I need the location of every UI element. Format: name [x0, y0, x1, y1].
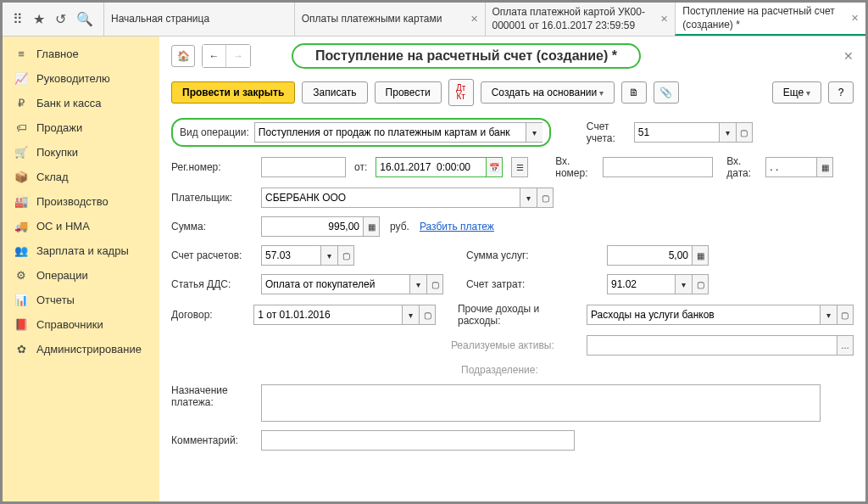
- chevron-down-icon[interactable]: ▾: [675, 274, 692, 294]
- calendar-icon[interactable]: ▦: [816, 157, 833, 177]
- tab-current[interactable]: Поступление на расчетный счет (создание)…: [675, 3, 865, 36]
- sidebar: ≡Главное 📈Руководителю ₽Банк и касса 🏷Пр…: [3, 36, 159, 504]
- tab-payment-doc[interactable]: Оплата платежной картой УК00-000001 от 1…: [485, 3, 676, 36]
- sidebar-item-production[interactable]: 🏭Производство: [3, 189, 159, 214]
- chevron-down-icon[interactable]: ▾: [402, 305, 419, 325]
- contract-label: Договор:: [171, 309, 248, 321]
- create-based-button[interactable]: Создать на основании: [481, 81, 615, 104]
- contract-input[interactable]: [253, 305, 402, 325]
- sidebar-item-operations[interactable]: ⚙Операции: [3, 263, 159, 288]
- calc-icon[interactable]: ▦: [363, 216, 380, 237]
- dt-kt-button[interactable]: ДтКт: [448, 79, 474, 106]
- close-icon[interactable]: ✕: [470, 13, 478, 25]
- account-input[interactable]: [634, 122, 719, 143]
- sidebar-item-sales[interactable]: 🏷Продажи: [3, 115, 159, 140]
- star-icon[interactable]: ★: [33, 11, 45, 27]
- home-button[interactable]: 🏠: [171, 45, 195, 67]
- close-icon[interactable]: ✕: [851, 12, 859, 24]
- chevron-down-icon[interactable]: ▾: [526, 122, 542, 143]
- date-input[interactable]: [376, 157, 486, 177]
- open-icon[interactable]: ▢: [426, 274, 443, 294]
- in-number-input[interactable]: [603, 157, 713, 177]
- book-icon: 📕: [14, 318, 28, 331]
- operation-type-input[interactable]: [254, 122, 526, 143]
- chevron-down-icon[interactable]: ▾: [719, 122, 736, 143]
- page-title: Поступление на расчетный счет (создание)…: [292, 43, 641, 69]
- more-button[interactable]: Еще: [772, 81, 821, 104]
- cost-acc-label: Счет затрат:: [466, 278, 602, 290]
- sidebar-item-catalogs[interactable]: 📕Справочники: [3, 312, 159, 337]
- help-button[interactable]: ?: [828, 81, 854, 104]
- payer-input[interactable]: [261, 188, 520, 208]
- open-icon[interactable]: ▢: [837, 305, 854, 325]
- open-icon[interactable]: ▢: [419, 305, 436, 325]
- back-button[interactable]: ←: [203, 45, 226, 67]
- sidebar-item-main[interactable]: ≡Главное: [3, 42, 159, 66]
- doc-button[interactable]: 🗎: [621, 81, 647, 104]
- payment-purpose-label: Назначение платежа:: [171, 384, 256, 408]
- sidebar-item-bank[interactable]: ₽Банк и касса: [3, 91, 159, 115]
- settlement-acc-input[interactable]: [261, 245, 320, 266]
- search-icon[interactable]: 🔍: [76, 11, 93, 27]
- chevron-down-icon[interactable]: ▾: [820, 305, 837, 325]
- post-button[interactable]: Провести: [375, 81, 442, 104]
- forward-button[interactable]: →: [226, 45, 250, 67]
- open-icon[interactable]: ▢: [736, 122, 753, 143]
- currency-label: руб.: [390, 221, 409, 232]
- sidebar-item-salary[interactable]: 👥Зарплата и кадры: [3, 238, 159, 263]
- assets-input[interactable]: [587, 335, 837, 356]
- from-label: от:: [354, 161, 367, 173]
- factory-icon: 🏭: [14, 195, 28, 208]
- cart-icon: 🛒: [14, 146, 28, 159]
- tab-home[interactable]: Начальная страница: [103, 3, 294, 36]
- payment-purpose-input[interactable]: [261, 384, 821, 422]
- open-icon[interactable]: ▢: [537, 188, 554, 208]
- service-sum-label: Сумма услуг:: [466, 249, 602, 261]
- more-icon[interactable]: …: [837, 335, 854, 356]
- chevron-down-icon[interactable]: ▾: [409, 274, 426, 294]
- service-sum-input[interactable]: [607, 245, 692, 266]
- sidebar-item-admin[interactable]: ✿Администрирование: [3, 337, 159, 361]
- sidebar-item-manager[interactable]: 📈Руководителю: [3, 66, 159, 91]
- apps-icon[interactable]: ⠿: [13, 11, 23, 27]
- sidebar-item-warehouse[interactable]: 📦Склад: [3, 165, 159, 189]
- open-icon[interactable]: ▢: [337, 245, 354, 266]
- list-icon[interactable]: ☰: [511, 157, 528, 177]
- operation-type-label: Вид операции:: [180, 126, 249, 138]
- sidebar-item-os[interactable]: 🚚ОС и НМА: [3, 214, 159, 238]
- box-icon: 📦: [14, 171, 28, 183]
- split-payment-link[interactable]: Разбить платеж: [420, 221, 494, 232]
- chevron-down-icon[interactable]: ▾: [520, 188, 537, 208]
- other-income-input[interactable]: [587, 305, 820, 325]
- post-close-button[interactable]: Провести и закрыть: [171, 81, 295, 104]
- attach-button[interactable]: 📎: [654, 81, 679, 104]
- tag-icon: 🏷: [14, 121, 28, 134]
- history-icon[interactable]: ↺: [55, 11, 66, 27]
- cost-acc-input[interactable]: [607, 274, 675, 294]
- dds-input[interactable]: [261, 274, 409, 294]
- tab-bar: ⠿ ★ ↺ 🔍 Начальная страница Оплаты платеж…: [3, 3, 865, 36]
- sum-input[interactable]: [261, 216, 363, 237]
- sidebar-item-purchases[interactable]: 🛒Покупки: [3, 140, 159, 165]
- in-date-label: Вх. дата:: [726, 155, 760, 179]
- close-icon[interactable]: ✕: [660, 13, 668, 25]
- chevron-down-icon[interactable]: ▾: [320, 245, 337, 266]
- report-icon: 📊: [14, 294, 28, 306]
- truck-icon: 🚚: [14, 220, 28, 232]
- calc-icon[interactable]: ▦: [692, 245, 709, 266]
- comment-input[interactable]: [261, 430, 575, 451]
- ruble-icon: ₽: [14, 97, 28, 109]
- calendar-icon[interactable]: 📅: [486, 157, 503, 177]
- settlement-acc-label: Счет расчетов:: [171, 249, 256, 261]
- assets-label: Реализуемые активы:: [451, 339, 581, 351]
- save-button[interactable]: Записать: [302, 81, 367, 104]
- tab-payments[interactable]: Оплаты платежными картами✕: [294, 3, 485, 36]
- people-icon: 👥: [14, 244, 28, 257]
- payer-label: Плательщик:: [171, 192, 256, 204]
- reg-number-input[interactable]: [261, 157, 346, 177]
- in-date-input[interactable]: [765, 157, 816, 177]
- open-icon[interactable]: ▢: [692, 274, 709, 294]
- sidebar-item-reports[interactable]: 📊Отчеты: [3, 288, 159, 312]
- close-page-icon[interactable]: ✕: [843, 49, 854, 63]
- chart-icon: 📈: [14, 72, 28, 85]
